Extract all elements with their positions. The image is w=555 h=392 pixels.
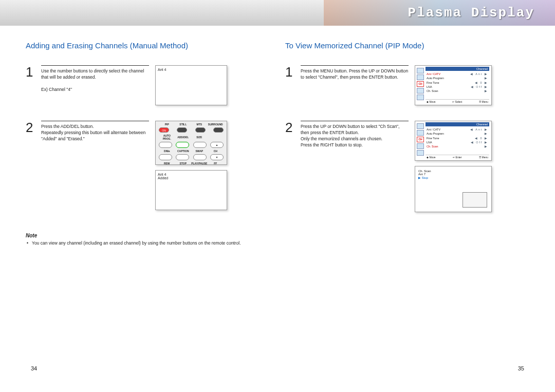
- osd-icon: [417, 68, 424, 73]
- osd-row: Ant / CATV◀ Ant ▶: [425, 127, 489, 132]
- step-text: Press the MENU button. Press the UP or D…: [301, 65, 409, 81]
- remote-btn: [195, 127, 206, 133]
- right-step-2: 2 Press the UP or DOWN button to select …: [285, 121, 529, 223]
- step-number: 2: [285, 121, 294, 134]
- page-number-left: 34: [31, 365, 37, 371]
- osd-title: Channel: [425, 67, 489, 71]
- remote-illustration: PIP STILL MTS SURROUND ON AUTO PROG. ADD…: [155, 121, 227, 165]
- osd-icon: [417, 150, 424, 156]
- right-section-title: To View Memorized Channel (PIP Mode): [285, 41, 529, 50]
- osd-scan-illustration: Ch. Scan Ant 7 ▶ Stop: [415, 166, 492, 212]
- step-number: 2: [26, 121, 35, 134]
- osd-row: Fine Tune◀ 0 ▶: [425, 136, 489, 140]
- osd-row: Ch. Scan▶: [425, 89, 489, 93]
- remote-btn-on: ON: [159, 127, 169, 133]
- remote-btn: ▲: [210, 142, 224, 148]
- step-number: 1: [26, 65, 35, 79]
- remote-btn: [213, 127, 224, 133]
- step-text: Use the number buttons to directly selec…: [41, 65, 149, 93]
- osd-icon-channel: CH: [417, 137, 424, 142]
- osd-icon-channel: CH: [417, 81, 424, 87]
- page-header: Plasma Display: [0, 0, 555, 26]
- osd-footer: ◆ Move↵ Select☰ Menu: [425, 99, 489, 104]
- remote-btn: [159, 142, 172, 148]
- remote-btn: [193, 154, 207, 160]
- osd-row: Fine Tune◀ 0 ▶: [425, 81, 489, 85]
- screen-illustration: Ant 4 Added: [155, 170, 227, 210]
- osd-row: LNA◀ Off ▶: [425, 140, 489, 144]
- step-text: Press the UP or DOWN button to select "C…: [301, 121, 409, 148]
- pip-window: [462, 192, 487, 208]
- right-page: To View Memorized Channel (PIP Mode) 1 P…: [285, 41, 529, 246]
- osd-row: Ch. Scan▶: [425, 144, 489, 148]
- note-text: You can view any channel (including an e…: [26, 240, 270, 246]
- page-spread: Adding and Erasing Channels (Manual Meth…: [0, 26, 555, 256]
- remote-btn: [176, 154, 189, 160]
- remote-btn: [193, 142, 207, 148]
- osd-row: Auto Program▶: [425, 132, 489, 136]
- step-number: 1: [285, 65, 294, 79]
- remote-btn: [159, 154, 172, 160]
- osd-icon: [417, 95, 424, 100]
- illustration-stack: CH Channel Ant / CATV◀ Ant ▶ Auto Progra…: [415, 121, 492, 212]
- osd-icon: [417, 74, 424, 80]
- remote-btn-add-del: [176, 142, 189, 148]
- illustration-stack: PIP STILL MTS SURROUND ON AUTO PROG. ADD…: [155, 121, 227, 210]
- osd-menu-illustration: CH Channel Ant / CATV◀ Ant ▶ Auto Progra…: [415, 121, 492, 161]
- left-page: Adding and Erasing Channels (Manual Meth…: [26, 41, 270, 246]
- screen-illustration: Ant 4: [155, 65, 227, 105]
- osd-title: Channel: [425, 122, 489, 126]
- left-section-title: Adding and Erasing Channels (Manual Meth…: [26, 41, 270, 50]
- product-title: Plasma Display: [408, 5, 534, 21]
- osd-icon: [417, 88, 424, 94]
- note-heading: Note: [26, 233, 270, 238]
- left-step-1: 1 Use the number buttons to directly sel…: [26, 65, 270, 111]
- right-step-1: 1 Press the MENU button. Press the UP or…: [285, 65, 529, 111]
- osd-icon: [417, 143, 424, 149]
- step-text: Press the ADD/DEL button. Repeatedly pre…: [41, 121, 149, 142]
- left-step-2: 2 Press the ADD/DEL button. Repeatedly p…: [26, 121, 270, 223]
- remote-btn: [177, 127, 187, 133]
- remote-btn: ▼: [210, 154, 224, 160]
- osd-icon: [417, 130, 424, 136]
- osd-row: Auto Program▶: [425, 76, 489, 80]
- page-number-right: 35: [518, 365, 524, 371]
- osd-row: LNA◀ Off ▶: [425, 85, 489, 89]
- osd-icon: [417, 123, 424, 129]
- osd-row: Ant / CATV◀ Ant ▶: [425, 72, 489, 76]
- osd-footer: ◆ Move↵ Enter☰ Menu: [425, 155, 489, 159]
- osd-menu-illustration: CH Channel Ant / CATV◀ Ant ▶ Auto Progra…: [415, 65, 492, 105]
